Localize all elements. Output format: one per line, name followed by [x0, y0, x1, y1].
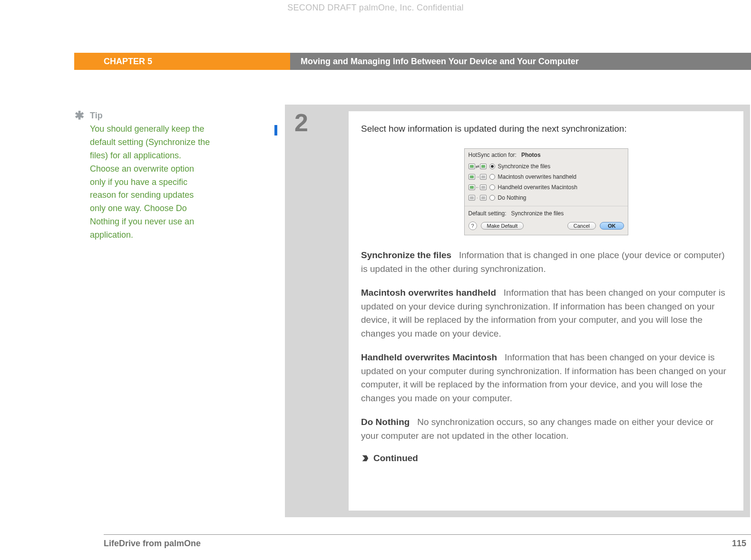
revision-mark-icon	[274, 125, 277, 135]
default-value: Synchronize the files	[511, 210, 564, 217]
chapter-label: CHAPTER 5	[74, 53, 290, 70]
page-footer: LifeDrive from palmOne 115	[104, 534, 751, 549]
confidential-watermark: SECOND DRAFT palmOne, Inc. Confidential	[0, 3, 751, 13]
dialog-header: HotSync action for: Photos	[465, 149, 628, 160]
tip-sidebar: ✱ Tip You should generally keep the defa…	[78, 111, 212, 242]
chapter-title: Moving and Managing Info Between Your De…	[290, 53, 751, 70]
definition-body: No synchronization occurs, so any change…	[361, 417, 713, 441]
header-left-spacer	[0, 53, 74, 70]
option-label: Do Nothing	[498, 194, 527, 201]
radio-handheld-overwrites[interactable]	[489, 184, 495, 190]
step-lead-text: Select how information is updated during…	[361, 124, 731, 134]
definition-do-nothing: Do Nothing No synchronization occurs, so…	[361, 415, 731, 443]
option-synchronize[interactable]: ⇄ Synchronize the files	[468, 161, 624, 172]
radio-mac-overwrites[interactable]	[489, 174, 495, 180]
continued-arrow-icon	[361, 454, 370, 463]
radio-do-nothing[interactable]	[489, 195, 495, 201]
option-label: Macintosh overwrites handheld	[498, 174, 576, 180]
step-panel: 2 Select how information is updated duri…	[285, 105, 750, 517]
step-content: Select how information is updated during…	[349, 111, 743, 511]
make-default-button[interactable]: Make Default	[481, 222, 524, 230]
asterisk-icon: ✱	[75, 109, 84, 122]
dialog-default-row: Default setting: Synchronize the files	[465, 206, 628, 219]
mac-to-handheld-icon: →	[468, 174, 487, 180]
definition-title: Handheld overwrites Macintosh	[361, 352, 497, 362]
footer-page-number: 115	[732, 539, 746, 549]
option-label: Synchronize the files	[498, 163, 551, 170]
dialog-header-value: Photos	[521, 152, 541, 158]
option-handheld-overwrites[interactable]: ← Handheld overwrites Macintosh	[468, 182, 624, 193]
chapter-header-bar: CHAPTER 5 Moving and Managing Info Betwe…	[0, 53, 751, 70]
definition-title: Do Nothing	[361, 417, 410, 427]
definition-title: Macintosh overwrites handheld	[361, 288, 496, 298]
continued-label: Continued	[373, 453, 418, 463]
tip-body: You should generally keep the default se…	[90, 123, 212, 242]
ok-button[interactable]: OK	[600, 222, 624, 230]
definition-handheld-overwrites: Handheld overwrites Macintosh Informatio…	[361, 351, 731, 405]
dialog-header-label: HotSync action for:	[468, 152, 517, 158]
hotsync-dialog: HotSync action for: Photos ⇄ Synchronize…	[464, 148, 628, 235]
definition-title: Synchronize the files	[361, 250, 451, 260]
option-do-nothing[interactable]: · Do Nothing	[468, 193, 624, 203]
option-mac-overwrites[interactable]: → Macintosh overwrites handheld	[468, 172, 624, 182]
do-nothing-icon: ·	[468, 195, 487, 201]
handheld-to-mac-icon: ←	[468, 184, 487, 190]
help-button[interactable]: ?	[468, 222, 477, 230]
definition-mac-overwrites: Macintosh overwrites handheld Informatio…	[361, 286, 731, 340]
default-label: Default setting:	[468, 210, 507, 217]
continued-indicator: Continued	[361, 453, 731, 463]
cancel-button[interactable]: Cancel	[567, 222, 596, 230]
footer-product: LifeDrive from palmOne	[104, 539, 201, 549]
radio-synchronize[interactable]	[489, 164, 495, 169]
step-number: 2	[294, 108, 337, 137]
option-label: Handheld overwrites Macintosh	[498, 184, 577, 191]
definition-synchronize: Synchronize the files Information that i…	[361, 249, 731, 276]
sync-both-icon: ⇄	[468, 164, 487, 169]
tip-label: Tip	[90, 111, 212, 121]
